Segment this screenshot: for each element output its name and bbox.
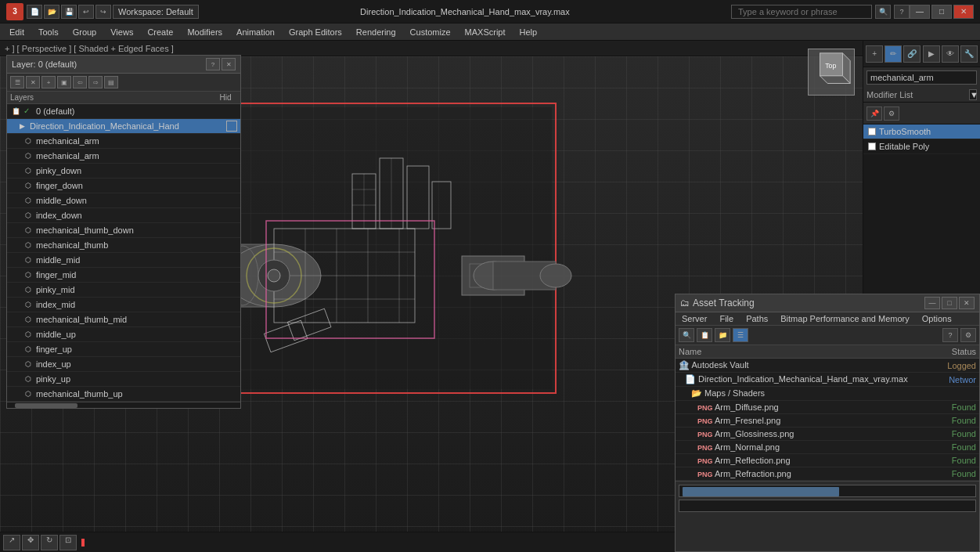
menu-graph-editors[interactable]: Graph Editors (283, 26, 348, 38)
layer-scrollbar-thumb[interactable] (15, 403, 77, 408)
asset-row-arm-normal[interactable]: PNG Arm_Normal.png Found (676, 441, 979, 454)
move-button[interactable]: ✥ (22, 535, 39, 550)
asset-row-arm-refraction[interactable]: PNG Arm_Refraction.png Found (676, 467, 979, 481)
asset-row-vault[interactable]: 🏦 Autodesk Vault Logged (676, 359, 979, 373)
layer-row-middle-mid[interactable]: ⬡ middle_mid (7, 253, 240, 268)
scale-button[interactable]: ⊡ (59, 535, 77, 550)
layer-scrollbar[interactable] (7, 402, 240, 408)
layer-visibility-box[interactable] (226, 121, 237, 132)
rotate-button[interactable]: ↻ (41, 535, 58, 550)
asset-input-bar[interactable] (679, 500, 976, 512)
menu-edit[interactable]: Edit (3, 26, 31, 38)
save-file-button[interactable]: 💾 (61, 5, 77, 19)
asset-menu-paths[interactable]: Paths (740, 312, 774, 325)
asset-row-arm-diffuse[interactable]: PNG Arm_Diffuse.png Found (676, 401, 979, 414)
object-name-input[interactable] (867, 70, 977, 85)
layer-row-index-up[interactable]: ⬡ index_up (7, 357, 240, 372)
layer-row-mech-thumb-down[interactable]: ⬡ mechanical_thumb_down (7, 223, 240, 238)
layer-tool-delete[interactable]: ✕ (26, 76, 40, 88)
layer-tool-5[interactable]: ⇦ (73, 76, 87, 88)
layer-close-button[interactable]: ✕ (222, 58, 236, 70)
asset-path-scrollbar[interactable] (679, 485, 976, 497)
hierarchy-icon[interactable]: 🔗 (903, 45, 921, 63)
asset-settings-button[interactable]: ⚙ (960, 328, 976, 342)
menu-rendering[interactable]: Rendering (350, 26, 402, 38)
asset-tool-3[interactable]: 📁 (715, 328, 730, 342)
asset-maximize-button[interactable]: □ (942, 297, 957, 309)
asset-minimize-button[interactable]: — (924, 297, 940, 309)
close-button[interactable]: ✕ (953, 5, 974, 19)
asset-menu-file[interactable]: File (713, 312, 740, 325)
help-button[interactable]: ? (894, 5, 910, 19)
layer-tool-6[interactable]: ⇨ (88, 76, 103, 88)
layer-row-mech-arm-1[interactable]: ⬡ mechanical_arm (7, 134, 240, 149)
layer-row-middle-down[interactable]: ⬡ middle_down (7, 193, 240, 208)
asset-menu-server[interactable]: Server (676, 312, 713, 325)
pin-stack-button[interactable]: 📌 (867, 106, 882, 121)
create-icon[interactable]: + (866, 45, 883, 63)
modifier-dropdown-button[interactable]: ▼ (969, 89, 977, 100)
asset-row-arm-glossiness[interactable]: PNG Arm_Glossiness.png Found (676, 428, 979, 441)
asset-row-direction-file[interactable]: 📄 Direction_Indication_Mechanical_Hand_m… (676, 373, 979, 387)
menu-views[interactable]: Views (104, 26, 139, 38)
layer-row-pinky-mid[interactable]: ⬡ pinky_mid (7, 283, 240, 298)
layer-row-index-mid[interactable]: ⬡ index_mid (7, 298, 240, 312)
new-file-button[interactable]: 📄 (27, 5, 42, 19)
search-button[interactable]: 🔍 (875, 5, 891, 19)
display-icon[interactable]: 👁 (942, 45, 959, 63)
asset-tool-1[interactable]: 🔍 (679, 328, 694, 342)
modifier-item-editablepoly[interactable]: Editable Poly (863, 139, 980, 154)
layer-tool-add[interactable]: + (41, 76, 56, 88)
redo-button[interactable]: ↪ (95, 5, 111, 19)
maximize-button[interactable]: □ (931, 5, 952, 19)
layer-row-mech-thumb-up[interactable]: ⬡ mechanical_thumb_up (7, 387, 240, 402)
asset-row-arm-reflection[interactable]: PNG Arm_Reflection.png Found (676, 454, 979, 467)
undo-button[interactable]: ↩ (78, 5, 94, 19)
menu-help[interactable]: Help (513, 26, 544, 38)
asset-path-scrollbar-thumb[interactable] (683, 487, 839, 496)
asset-tool-4[interactable]: ☰ (733, 328, 748, 342)
layer-row-index-down[interactable]: ⬡ index_down (7, 208, 240, 223)
asset-help-button[interactable]: ? (942, 328, 958, 342)
layer-row-mech-thumb-mid[interactable]: ⬡ mechanical_thumb_mid (7, 312, 240, 327)
open-file-button[interactable]: 📂 (44, 5, 59, 19)
asset-menu-bitmap[interactable]: Bitmap Performance and Memory (774, 312, 915, 325)
modifier-checkbox[interactable] (868, 128, 876, 135)
modifier-item-turbosmooth[interactable]: TurboSmooth (863, 124, 980, 139)
menu-create[interactable]: Create (141, 26, 179, 38)
menu-animation[interactable]: Animation (230, 26, 281, 38)
modifier-configure-button[interactable]: ⚙ (884, 106, 899, 121)
asset-close-button[interactable]: ✕ (959, 297, 975, 309)
layer-tool-select[interactable]: ▣ (57, 76, 71, 88)
search-input[interactable] (731, 5, 872, 19)
menu-maxscript[interactable]: MAXScript (459, 26, 512, 38)
layer-tool-1[interactable]: ☰ (10, 76, 24, 88)
layer-row-middle-up[interactable]: ⬡ middle_up (7, 327, 240, 342)
menu-modifiers[interactable]: Modifiers (181, 26, 229, 38)
minimize-button[interactable]: — (910, 5, 930, 19)
layer-row-finger-down[interactable]: ⬡ finger_down (7, 179, 240, 193)
layer-row-finger-up[interactable]: ⬡ finger_up (7, 342, 240, 357)
layer-tool-7[interactable]: ▤ (104, 76, 118, 88)
layer-row-direction[interactable]: ▶ Direction_Indication_Mechanical_Hand (7, 119, 240, 134)
motion-icon[interactable]: ▶ (923, 45, 940, 63)
modify-icon[interactable]: ✏ (885, 45, 902, 63)
modifier-checkbox-poly[interactable] (868, 143, 876, 150)
layer-help-button[interactable]: ? (206, 58, 220, 70)
asset-tool-2[interactable]: 📋 (697, 328, 712, 342)
layer-row-pinky-up[interactable]: ⬡ pinky_up (7, 372, 240, 387)
layer-row-default[interactable]: 📋 ✓ 0 (default) (7, 104, 240, 119)
workspace-selector[interactable]: Workspace: Default (113, 5, 199, 19)
menu-customize[interactable]: Customize (404, 26, 457, 38)
layer-row-mech-thumb[interactable]: ⬡ mechanical_thumb (7, 238, 240, 253)
asset-row-maps[interactable]: 📂 Maps / Shaders (676, 387, 979, 401)
asset-menu-options[interactable]: Options (916, 312, 958, 325)
layer-row-pinky-down[interactable]: ⬡ pinky_down (7, 164, 240, 179)
menu-tools[interactable]: Tools (32, 26, 65, 38)
menu-group[interactable]: Group (67, 26, 103, 38)
select-button[interactable]: ↗ (3, 535, 20, 550)
layer-row-finger-mid[interactable]: ⬡ finger_mid (7, 268, 240, 283)
utilities-icon[interactable]: 🔧 (960, 45, 978, 63)
viewport-orientation-cube[interactable]: Top (808, 49, 855, 96)
asset-row-arm-fresnel[interactable]: PNG Arm_Fresnel.png Found (676, 414, 979, 428)
